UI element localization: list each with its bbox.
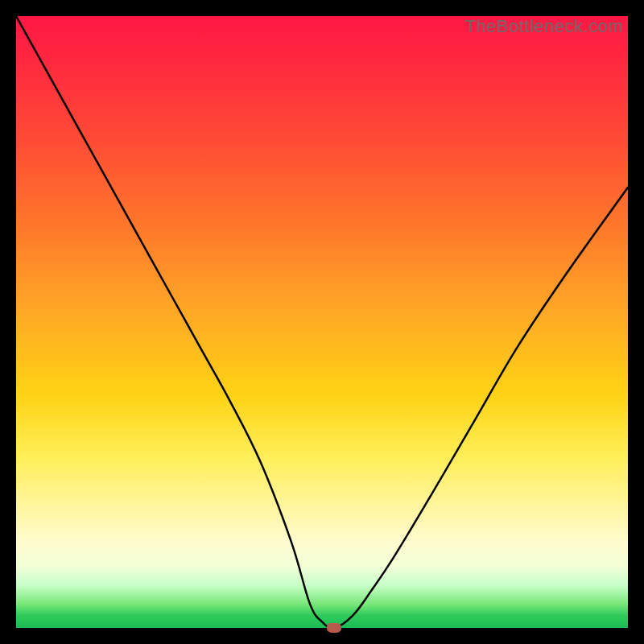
bottleneck-curve xyxy=(16,16,628,628)
optimal-point-marker xyxy=(327,623,341,633)
chart-frame: TheBottleneck.com xyxy=(16,16,628,628)
